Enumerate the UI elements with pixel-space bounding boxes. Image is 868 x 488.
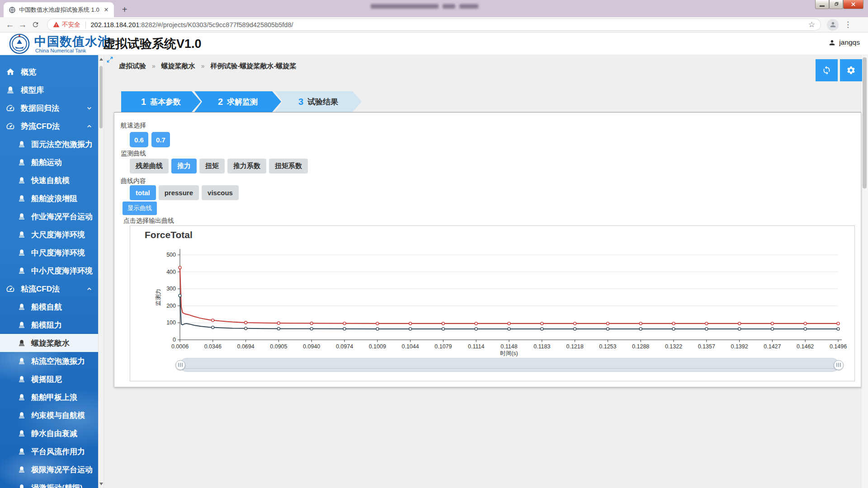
sidebar-item[interactable]: 船舶甲板上浪 <box>0 388 98 406</box>
reload-icon[interactable] <box>29 21 42 28</box>
curve-option[interactable]: pressure <box>159 185 199 200</box>
scroll-down-icon[interactable] <box>99 483 103 485</box>
chevron-up-icon <box>86 123 93 130</box>
sidebar-item[interactable]: 数据回归法 <box>0 99 98 117</box>
scroll-up-icon[interactable] <box>99 58 103 61</box>
svg-text:监测力: 监测力 <box>155 289 161 306</box>
browser-tab[interactable]: 中国数值水池虚拟试验系统 1.0 ✕ <box>4 2 114 17</box>
user-menu[interactable]: jangqs <box>828 38 860 47</box>
gauge-icon <box>6 284 15 293</box>
speed-option[interactable]: 0.7 <box>151 132 170 147</box>
monitor-options: 残差曲线推力扭矩推力系数扭矩系数 <box>130 159 308 174</box>
sidebar-item-label: 船舶甲板上浪 <box>31 392 77 403</box>
tab-title: 中国数值水池虚拟试验系统 1.0 <box>19 6 99 14</box>
sidebar-item[interactable]: 面元法空泡激振力 <box>0 135 98 153</box>
gear-icon <box>846 66 856 75</box>
tab-step-2[interactable]: 2求解监测 <box>194 91 281 112</box>
url-separator <box>85 21 86 28</box>
sidebar-item[interactable]: 船舶波浪增阻 <box>0 189 98 207</box>
curve-option[interactable]: viscous <box>202 185 239 200</box>
url-text[interactable]: 202.118.184.201:8282/#/projects/K0303/5c… <box>91 21 804 28</box>
tab-close-icon[interactable]: ✕ <box>103 6 110 13</box>
refresh-icon <box>822 66 831 75</box>
window-minimize-button[interactable] <box>815 0 829 9</box>
show-curve-button[interactable]: 显示曲线 <box>123 202 157 215</box>
bookmark-star-icon[interactable]: ☆ <box>808 20 815 29</box>
scrollbar-thumb[interactable] <box>863 57 867 188</box>
tab-step-3[interactable]: 3试验结果 <box>275 91 362 112</box>
sidebar-item[interactable]: 涡激振动(精细) <box>0 479 98 488</box>
sidebar-item[interactable]: 粘流CFD法 <box>0 280 98 298</box>
monitor-option[interactable]: 扭矩 <box>199 159 225 174</box>
window-restore-button[interactable] <box>829 0 843 9</box>
datazoom-slider[interactable] <box>180 358 839 372</box>
tab-number: 1 <box>141 97 146 107</box>
new-tab-button[interactable]: + <box>118 4 131 16</box>
sidebar-item[interactable]: 极限海况平台运动 <box>0 460 98 479</box>
speed-option[interactable]: 0.6 <box>130 132 148 147</box>
tab-step-1[interactable]: 1基本参数 <box>121 91 201 112</box>
brand-name-cn: 中国数值水池 <box>34 33 110 50</box>
sidebar: 概览模型库数据回归法势流CFD法面元法空泡激振力船舶运动快速自航模船舶波浪增阻作… <box>0 55 98 488</box>
tab-favicon-globe-icon <box>9 6 16 14</box>
collapse-sidebar-icon[interactable] <box>106 56 113 63</box>
sidebar-item-label: 大尺度海洋环境 <box>31 230 85 240</box>
page-scrollbar-right[interactable] <box>861 55 868 488</box>
tab-number: 3 <box>298 97 303 107</box>
scrollbar-thumb[interactable] <box>99 66 103 128</box>
sidebar-item[interactable]: 横摇阻尼 <box>0 370 98 388</box>
curve-option[interactable]: total <box>130 185 156 200</box>
security-warning-label[interactable]: 不安全 <box>62 21 80 29</box>
sidebar-item[interactable]: 平台风流作用力 <box>0 442 98 460</box>
breadcrumb-item[interactable]: 虚拟试验 <box>119 62 146 70</box>
sidebar-item[interactable]: 约束模与自航模 <box>0 406 98 424</box>
window-close-button[interactable] <box>843 0 863 9</box>
monitor-option[interactable]: 残差曲线 <box>130 159 169 174</box>
svg-text:0.1183: 0.1183 <box>533 343 550 350</box>
browser-menu-icon[interactable]: ⋮ <box>844 20 852 29</box>
svg-text:0.1496: 0.1496 <box>830 343 847 350</box>
sidebar-item[interactable]: 粘流空泡激振力 <box>0 352 98 370</box>
svg-text:0.1322: 0.1322 <box>665 343 682 350</box>
refresh-button[interactable] <box>816 59 838 81</box>
sidebar-item[interactable]: 概览 <box>0 63 98 81</box>
monitor-option[interactable]: 推力系数 <box>227 159 266 174</box>
sidebar-item[interactable]: 快速自航模 <box>0 171 98 189</box>
browser-profile-avatar[interactable] <box>827 19 839 31</box>
datazoom-right-handle[interactable] <box>834 360 844 370</box>
sidebar-item[interactable]: 中尺度海洋环境 <box>0 244 98 262</box>
svg-text:0.1288: 0.1288 <box>632 343 649 350</box>
sidebar-item[interactable]: 中小尺度海洋环境 <box>0 262 98 280</box>
model-icon <box>18 230 26 239</box>
breadcrumb-item[interactable]: 螺旋桨敞水 <box>161 62 195 70</box>
back-icon[interactable]: ← <box>4 20 16 30</box>
forward-icon[interactable]: → <box>16 20 29 30</box>
monitor-option[interactable]: 扭矩系数 <box>269 159 308 174</box>
settings-button[interactable] <box>840 59 862 81</box>
model-icon <box>18 321 26 329</box>
sidebar-item[interactable]: 大尺度海洋环境 <box>0 225 98 244</box>
sidebar-item-label: 粘流CFD法 <box>21 284 60 294</box>
content-scrollbar-left[interactable] <box>98 55 104 488</box>
curve-content-label: 曲线内容 <box>121 177 146 185</box>
tab-number: 2 <box>218 97 223 107</box>
address-bar[interactable]: 不安全 202.118.184.201:8282/#/projects/K030… <box>47 19 821 31</box>
sidebar-item[interactable]: 船模阻力 <box>0 316 98 334</box>
os-titlebar: 中国数值水池虚拟试验系统 1.0 ✕ + <box>0 0 868 17</box>
sidebar-item[interactable]: 船舶运动 <box>0 153 98 171</box>
sidebar-item[interactable]: 模型库 <box>0 81 98 99</box>
svg-text:0.1253: 0.1253 <box>599 343 616 350</box>
sidebar-item-label: 势流CFD法 <box>21 121 60 131</box>
sidebar-item[interactable]: 螺旋桨敞水 <box>0 334 98 352</box>
svg-text:500: 500 <box>166 252 176 258</box>
select-output-hint: 点击选择输出曲线 <box>123 217 174 225</box>
monitor-option[interactable]: 推力 <box>171 159 197 174</box>
sidebar-item[interactable]: 静水自由衰减 <box>0 424 98 442</box>
datazoom-left-handle[interactable] <box>175 360 185 370</box>
chevron-up-icon <box>86 286 93 292</box>
sidebar-item[interactable]: 船模自航 <box>0 298 98 316</box>
breadcrumb-item[interactable]: 样例试验-螺旋桨敞水-螺旋桨 <box>211 62 297 70</box>
security-warning-icon[interactable] <box>53 21 60 28</box>
sidebar-item[interactable]: 作业海况平台运动 <box>0 207 98 225</box>
sidebar-item[interactable]: 势流CFD法 <box>0 117 98 135</box>
